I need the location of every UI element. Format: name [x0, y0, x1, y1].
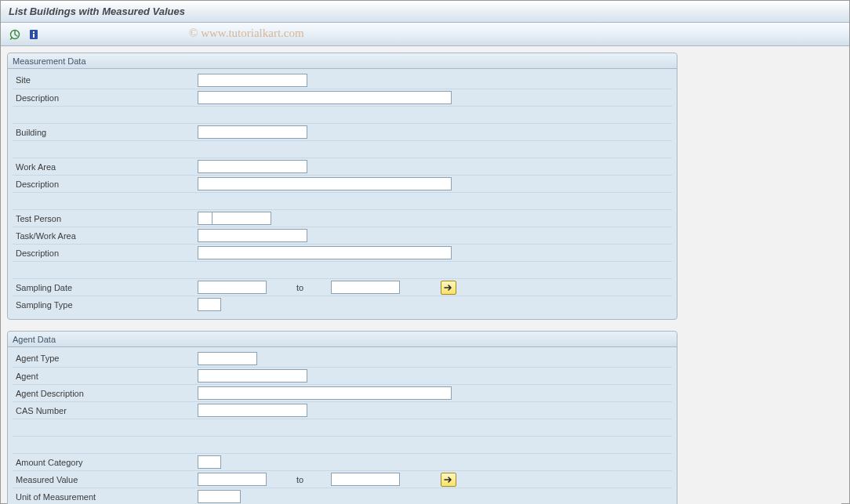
label-sampdate: Sampling Date — [13, 283, 198, 292]
measured-value-from-input[interactable] — [198, 473, 267, 486]
row-samptype: Sampling Type — [13, 296, 672, 313]
row-site: Site — [13, 71, 672, 89]
spacer — [13, 140, 672, 158]
group-agent-data: Agent Data Agent Type Agent — [7, 331, 677, 504]
agent-input[interactable] — [198, 369, 307, 383]
label-to-sampdate: to — [296, 283, 323, 292]
row-sampdate: Sampling Date to — [13, 278, 672, 296]
row-agenttype: Agent Type — [13, 350, 672, 367]
taskworkarea-input[interactable] — [198, 229, 307, 242]
row-amountcat: Amount Category — [13, 453, 672, 470]
spacer — [13, 436, 672, 453]
label-agent: Agent — [13, 372, 198, 381]
description3-input[interactable] — [198, 246, 452, 259]
label-cas: CAS Number — [13, 406, 198, 415]
form-column: Measurement Data Site Description — [7, 53, 677, 504]
info-icon — [28, 29, 39, 40]
label-uom: Unit of Measurement — [13, 492, 198, 502]
arrow-right-icon — [444, 284, 453, 292]
execute-button[interactable] — [7, 27, 23, 42]
execute-icon — [9, 29, 20, 40]
label-desc1: Description — [13, 93, 198, 103]
measured-value-multiselect-button[interactable] — [441, 473, 456, 487]
row-testperson: Test Person — [13, 209, 672, 227]
group-header-agent: Agent Data — [8, 332, 677, 347]
testperson-input-a[interactable] — [198, 212, 212, 225]
unit-of-measurement-input[interactable] — [198, 490, 241, 503]
row-desc1: Description — [13, 89, 672, 106]
amount-category-input[interactable] — [198, 455, 221, 469]
label-desc2: Description — [13, 179, 198, 189]
info-button[interactable] — [26, 27, 42, 42]
row-agentdesc: Agent Description — [13, 384, 672, 401]
row-taskwa: Task/Work Area — [13, 227, 672, 244]
right-empty-area — [677, 53, 841, 504]
label-site: Site — [13, 75, 198, 85]
row-uom: Unit of Measurement — [13, 488, 672, 504]
row-measval: Measured Value to — [13, 470, 672, 488]
group-measurement-data: Measurement Data Site Description — [7, 53, 677, 320]
row-desc2: Description — [13, 175, 672, 192]
label-amountcat: Amount Category — [13, 458, 198, 467]
workarea-input[interactable] — [198, 160, 307, 173]
content-area: Measurement Data Site Description — [1, 46, 849, 504]
group-body-agent: Agent Type Agent Agent Description — [8, 347, 677, 504]
toolbar: © www.tutorialkart.com — [1, 23, 849, 46]
page-title: List Buildings with Measured Values — [9, 5, 185, 17]
label-workarea: Work Area — [13, 162, 198, 172]
description1-input[interactable] — [198, 91, 452, 104]
site-input[interactable] — [198, 74, 307, 87]
svg-rect-2 — [33, 31, 35, 33]
label-building: Building — [13, 128, 198, 137]
row-workarea: Work Area — [13, 158, 672, 175]
titlebar: List Buildings with Measured Values — [1, 1, 849, 23]
group-title: Agent Data — [13, 335, 56, 344]
measured-value-to-input[interactable] — [331, 473, 400, 486]
svg-rect-3 — [33, 34, 35, 38]
group-header-measurement: Measurement Data — [8, 53, 677, 69]
label-measval: Measured Value — [13, 475, 198, 484]
sampling-date-multiselect-button[interactable] — [441, 281, 456, 295]
row-building: Building — [13, 123, 672, 140]
agent-type-input[interactable] — [198, 352, 257, 365]
row-cas: CAS Number — [13, 401, 672, 419]
sampling-type-input[interactable] — [198, 298, 221, 311]
group-title: Measurement Data — [13, 56, 86, 66]
spacer — [13, 261, 672, 278]
sap-page: List Buildings with Measured Values © ww… — [0, 0, 850, 504]
label-samptype: Sampling Type — [13, 300, 198, 310]
spacer — [13, 192, 672, 209]
sampling-date-to-input[interactable] — [331, 281, 400, 294]
spacer — [13, 106, 672, 123]
cas-number-input[interactable] — [198, 404, 307, 417]
agent-description-input[interactable] — [198, 386, 452, 400]
watermark-text: © www.tutorialkart.com — [189, 27, 304, 40]
building-input[interactable] — [198, 125, 307, 139]
spacer — [13, 419, 672, 436]
testperson-input-b[interactable] — [212, 212, 271, 225]
label-to-measval: to — [296, 475, 323, 484]
sampling-date-from-input[interactable] — [198, 281, 267, 294]
label-testperson: Test Person — [13, 214, 198, 223]
row-desc3: Description — [13, 244, 672, 261]
label-taskwa: Task/Work Area — [13, 231, 198, 241]
label-desc3: Description — [13, 248, 198, 258]
arrow-right-icon — [444, 476, 453, 484]
label-agenttype: Agent Type — [13, 354, 198, 363]
group-body-measurement: Site Description — [8, 69, 677, 319]
description2-input[interactable] — [198, 177, 452, 190]
label-agentdesc: Agent Description — [13, 389, 198, 398]
row-agent: Agent — [13, 367, 672, 384]
